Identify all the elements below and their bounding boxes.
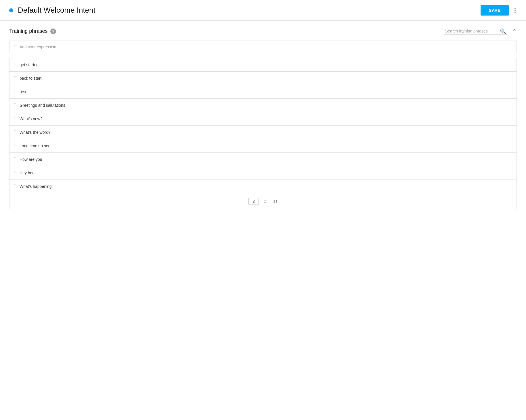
quote-icon: ” bbox=[14, 143, 16, 148]
phrase-text: What's happening bbox=[20, 184, 52, 189]
quote-icon: ” bbox=[14, 89, 16, 94]
content-area: Training phrases ? 🔍 ⌃ ” Add user expres… bbox=[0, 21, 526, 216]
help-icon[interactable]: ? bbox=[50, 28, 56, 34]
phrase-row[interactable]: ”What's happening bbox=[9, 180, 517, 193]
add-expression-placeholder: Add user expression bbox=[20, 45, 56, 49]
page-of-label: OF bbox=[263, 199, 269, 203]
more-options-icon[interactable] bbox=[513, 7, 517, 14]
quote-icon: ” bbox=[14, 157, 16, 162]
current-page-input[interactable] bbox=[248, 198, 259, 205]
quote-icon: ” bbox=[14, 76, 16, 81]
phrase-text: get started bbox=[20, 62, 39, 67]
search-icon[interactable]: 🔍 bbox=[500, 28, 506, 35]
phrase-text: Hey boo bbox=[20, 171, 35, 175]
search-input[interactable] bbox=[444, 28, 507, 35]
phrase-row[interactable]: ”get started bbox=[9, 58, 517, 72]
section-title: Training phrases bbox=[9, 28, 47, 34]
header-left: Default Welcome Intent bbox=[9, 6, 95, 15]
search-area: 🔍 ⌃ bbox=[444, 28, 517, 35]
phrase-text: back to start bbox=[20, 76, 41, 81]
page-total: 11 bbox=[273, 199, 277, 203]
phrase-text: Greetings and salutations bbox=[20, 103, 65, 108]
save-button[interactable]: SAVE bbox=[481, 5, 509, 16]
next-page-button[interactable]: → bbox=[282, 197, 292, 205]
phrases-list: ”get started”back to start”reset”Greetin… bbox=[9, 58, 517, 209]
add-expression-row[interactable]: ” Add user expression bbox=[9, 41, 517, 53]
quote-icon: ” bbox=[14, 184, 16, 189]
phrase-row[interactable]: ”Hey boo bbox=[9, 166, 517, 180]
status-dot-icon bbox=[9, 8, 13, 12]
phrase-text: How are you bbox=[20, 157, 42, 162]
quote-icon: ” bbox=[14, 130, 16, 135]
phrase-text: What's new? bbox=[20, 117, 43, 121]
phrase-row[interactable]: ”What's the word? bbox=[9, 126, 517, 139]
collapse-icon[interactable]: ⌃ bbox=[512, 28, 517, 35]
phrase-row[interactable]: ”back to start bbox=[9, 72, 517, 85]
phrase-row[interactable]: ”What's new? bbox=[9, 112, 517, 126]
phrase-row[interactable]: ”Greetings and salutations bbox=[9, 99, 517, 112]
phrase-row[interactable]: ”reset bbox=[9, 85, 517, 99]
phrase-row[interactable]: ”How are you bbox=[9, 153, 517, 166]
pagination-row: ← OF 11 → bbox=[9, 193, 517, 209]
quote-icon: ” bbox=[14, 103, 16, 108]
quote-icon: ” bbox=[14, 44, 16, 49]
header-right: SAVE bbox=[481, 5, 517, 16]
phrase-row[interactable]: ”Long time no see bbox=[9, 139, 517, 153]
header: Default Welcome Intent SAVE bbox=[0, 0, 526, 21]
phrase-text: Long time no see bbox=[20, 144, 50, 148]
section-header: Training phrases ? 🔍 ⌃ bbox=[9, 28, 517, 35]
section-title-group: Training phrases ? bbox=[9, 28, 56, 34]
prev-page-button[interactable]: ← bbox=[234, 197, 244, 205]
quote-icon: ” bbox=[14, 170, 16, 175]
phrases-container: ”get started”back to start”reset”Greetin… bbox=[9, 58, 517, 193]
quote-icon: ” bbox=[14, 62, 16, 67]
phrase-text: reset bbox=[20, 89, 28, 94]
phrase-text: What's the word? bbox=[20, 130, 51, 135]
page-title: Default Welcome Intent bbox=[18, 6, 95, 15]
search-input-wrapper: 🔍 bbox=[444, 28, 507, 35]
quote-icon: ” bbox=[14, 116, 16, 121]
